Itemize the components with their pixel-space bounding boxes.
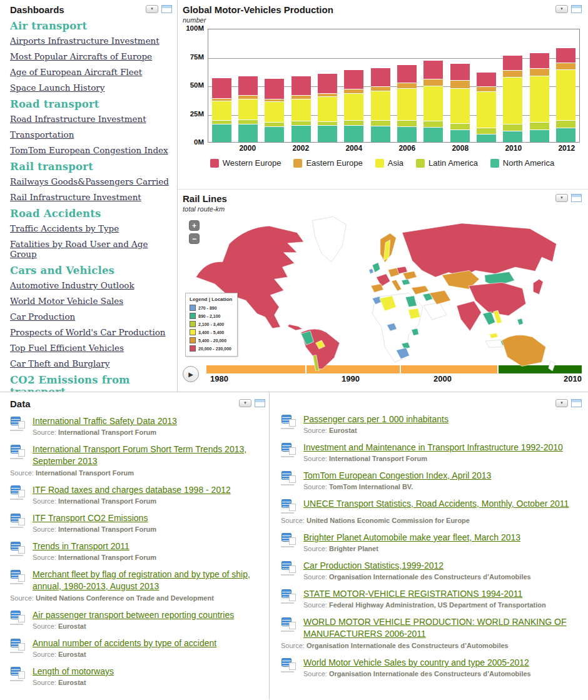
sidebar-link[interactable]: Age of European Aircraft Fleet — [10, 67, 172, 77]
map-legend-item: 5,400 - 20,000 — [190, 337, 235, 343]
bar-2011[interactable] — [530, 53, 549, 142]
dataset-icon — [281, 442, 297, 459]
dataset-link[interactable]: UNECE Transport Statistics, Road Acciden… — [303, 499, 569, 509]
bar-2006[interactable] — [397, 64, 417, 142]
bar-2010[interactable] — [503, 55, 522, 142]
dataset-link[interactable]: TomTom European Congestion Index, April … — [303, 470, 491, 480]
zoom-out-button[interactable]: − — [189, 233, 200, 244]
collapse-button[interactable]: ▼ — [239, 399, 251, 407]
page-glyph — [18, 574, 25, 582]
dataset-link[interactable]: International Transport Forum Short Term… — [33, 444, 246, 466]
triangle-down-icon: ▼ — [560, 7, 564, 11]
maximize-window-icon[interactable] — [571, 5, 582, 13]
sidebar-link[interactable]: Fatalities by Road User and Age Group — [10, 239, 172, 259]
page-glyph — [289, 662, 296, 670]
bar-2000[interactable] — [238, 76, 258, 142]
base-glyph — [281, 671, 294, 672]
dataset-icon — [281, 414, 297, 430]
dataset-source-name: International Transport Forum — [58, 429, 156, 436]
x-axis-label — [318, 144, 337, 153]
map-legend-item: 20,000 - 230,000 — [190, 345, 235, 352]
bar-2012[interactable] — [556, 48, 575, 142]
dataset-link[interactable]: Brighter Planet Automobile make year fle… — [303, 532, 520, 542]
dataset-source-name: Eurostat — [58, 651, 86, 658]
dataset-link[interactable]: Merchant fleet by flag of registration a… — [33, 569, 250, 591]
dataset-icon — [281, 617, 297, 633]
dataset-source-name: Eurostat — [58, 622, 86, 630]
dataset-link[interactable]: World Motor Vehicle Sales by country and… — [303, 657, 529, 667]
sidebar-link[interactable]: Space Launch History — [10, 83, 172, 93]
dataset-link[interactable]: Passenger cars per 1 000 inhabitants — [303, 414, 449, 424]
dataset-source-name: Federal Highway Administration, US Depar… — [329, 601, 546, 609]
bar-2001[interactable] — [265, 78, 284, 142]
sidebar-link[interactable]: TomTom European Congestion Index — [10, 145, 172, 155]
dataset-link[interactable]: International Traffic Safety Data 2013 — [33, 416, 177, 426]
sidebar-link[interactable]: Prospects of World's Car Production — [10, 327, 172, 337]
maximize-window-icon[interactable] — [255, 399, 265, 407]
dataset-link[interactable]: Annual number of accidents by type of ac… — [33, 638, 216, 648]
collapse-button[interactable]: ▼ — [555, 5, 568, 13]
plot-area — [208, 29, 580, 143]
dataset-source: Source: Organisation Internationale des … — [303, 573, 582, 581]
bar-1999[interactable] — [212, 78, 231, 142]
dataset-link[interactable]: WORLD MOTOR VEHICLE PRODUCTION: WORLD RA… — [303, 617, 567, 639]
map-legend-item: 270 - 890 — [190, 305, 235, 311]
data-item-body: Trends in Transport 2011Source: Internat… — [33, 540, 265, 561]
x-axis-label: 2008 — [450, 144, 470, 153]
maximize-window-icon[interactable] — [571, 399, 582, 407]
page-glyph — [18, 490, 25, 497]
world-map[interactable] — [183, 214, 582, 371]
bar-2008[interactable] — [450, 63, 470, 142]
zoom-in-button[interactable]: + — [189, 220, 200, 231]
dataset-link[interactable]: Investment and Maintenance in Transport … — [303, 442, 563, 452]
chart-legend: Western EuropeEastern EuropeAsiaLatin Am… — [183, 158, 582, 168]
dataset-link[interactable]: STATE MOTOR-VEHICLE REGISTRATIONS 1994-2… — [303, 589, 522, 599]
sidebar-link[interactable]: Car Production — [10, 312, 172, 322]
bar-segment — [503, 55, 522, 71]
bar-segment — [477, 134, 496, 142]
bar-segment — [291, 76, 311, 95]
maximize-window-icon[interactable] — [161, 5, 172, 13]
bar-segment — [291, 125, 311, 142]
collapse-button[interactable]: ▼ — [146, 5, 158, 13]
bar-segment — [371, 86, 390, 91]
page-glyph — [18, 546, 25, 554]
maximize-window-icon[interactable] — [571, 194, 582, 202]
bar-2009[interactable] — [477, 72, 496, 142]
bar-2007[interactable] — [423, 60, 443, 142]
collapse-button[interactable]: ▼ — [555, 399, 568, 407]
bar-2004[interactable] — [344, 69, 363, 142]
y-axis-label: 50M — [190, 81, 204, 89]
dataset-link[interactable]: ITF Transport CO2 Emissions — [33, 513, 148, 523]
bar-segment — [397, 120, 417, 126]
dataset-link[interactable]: ITF Road taxes and charges database 1998… — [33, 485, 231, 495]
map-legend-range: 5,400 - 20,000 — [198, 338, 226, 343]
dataset-link[interactable]: Air passenger transport between reportin… — [33, 610, 234, 620]
dataset-link[interactable]: Length of motorways — [33, 666, 114, 676]
base-glyph — [10, 527, 23, 528]
collapse-button[interactable]: ▼ — [555, 194, 568, 202]
bar-segment — [530, 53, 549, 68]
dataset-source-name: International Transport Forum — [58, 497, 156, 505]
sidebar-link[interactable]: Road Infrastructure Investment — [10, 114, 172, 124]
sidebar-link[interactable]: Automotive Industry Outlook — [10, 280, 172, 290]
sidebar-link[interactable]: Most Popular Aircrafts of Europe — [10, 51, 172, 61]
sidebar-link[interactable]: Transportation — [10, 129, 172, 139]
bar-segment — [397, 64, 417, 83]
sidebar-link[interactable]: Top Fuel Efficient Vehicles — [10, 343, 172, 353]
sidebar-link[interactable]: Rail Infrastructure Investment — [10, 192, 172, 202]
bar-2003[interactable] — [318, 73, 337, 142]
dataset-link[interactable]: Car Production Statistics,1999-2012 — [303, 561, 444, 571]
x-axis-label: 2006 — [397, 144, 417, 153]
data-item-body: International Traffic Safety Data 2013So… — [33, 415, 265, 436]
sidebar-link[interactable]: Airports Infrastructure Investment — [10, 36, 172, 46]
data-item: TomTom European Congestion Index, April … — [281, 470, 582, 490]
sidebar-link[interactable]: Car Theft and Burglary — [10, 358, 172, 368]
dataset-link[interactable]: Trends in Transport 2011 — [33, 541, 129, 551]
sidebar-link[interactable]: Railways Goods&Passengers Carried — [10, 176, 172, 186]
bar-2002[interactable] — [291, 76, 311, 142]
sidebar-link[interactable]: World Motor Vehicle Sales — [10, 296, 172, 306]
sidebar-link[interactable]: Traffic Accidents by Type — [10, 223, 172, 233]
legend-label: Asia — [388, 158, 403, 168]
bar-2005[interactable] — [371, 68, 390, 142]
